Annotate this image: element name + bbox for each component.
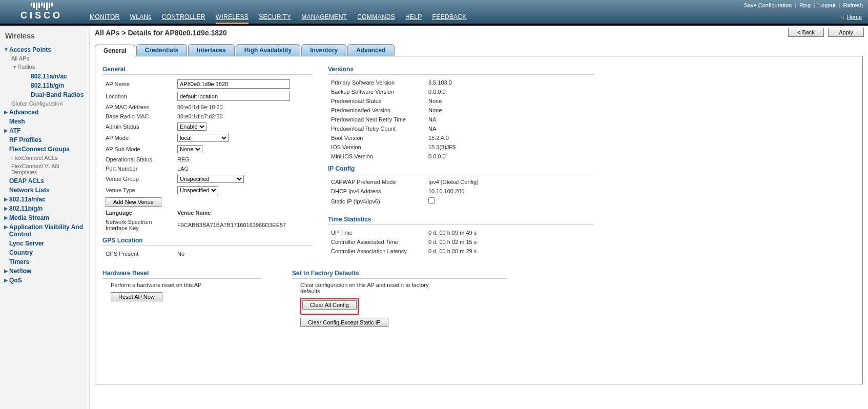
- add-new-venue-button[interactable]: Add New Venue: [106, 197, 161, 207]
- section-factory-defaults: Set to Factory Defaults: [292, 268, 507, 279]
- side-qos[interactable]: QoS: [9, 277, 22, 284]
- admin-status-select[interactable]: Enable: [177, 122, 206, 131]
- caret-right-icon[interactable]: ▶: [3, 277, 9, 284]
- static-ip-checkbox[interactable]: [428, 197, 435, 204]
- side-lync[interactable]: Lync Server: [9, 240, 44, 247]
- lbl-op-status: Operational Status: [102, 155, 174, 164]
- tab-credentials[interactable]: Credentials: [136, 44, 187, 56]
- nav-security[interactable]: SECURITY: [259, 13, 291, 21]
- caret-right-icon[interactable]: ▶: [3, 268, 9, 275]
- page-title: All APs > Details for AP80e0.1d9e.1820: [95, 29, 227, 37]
- refresh-link[interactable]: Refresh: [843, 2, 863, 8]
- lbl-admin-status: Admin Status: [102, 121, 174, 132]
- venue-group-select[interactable]: Unspecified: [177, 175, 244, 183]
- side-media-stream[interactable]: Media Stream: [9, 214, 49, 221]
- side-mesh[interactable]: Mesh: [9, 118, 25, 125]
- tab-interfaces[interactable]: Interfaces: [188, 44, 235, 56]
- home-icon: ⌂: [840, 13, 844, 21]
- ap-sub-mode-select[interactable]: None: [177, 145, 202, 153]
- side-all-aps[interactable]: All APs: [11, 55, 29, 62]
- side-80211a[interactable]: 802.11a/n/ac: [9, 196, 46, 203]
- side-flexconnect-groups[interactable]: FlexConnect Groups: [9, 146, 70, 153]
- val-prc: NA: [425, 124, 594, 133]
- side-flexconnect-acls[interactable]: FlexConnect ACLs: [11, 155, 58, 161]
- lbl-venue-group: Venue Group: [102, 173, 174, 185]
- lbl-cpm: CAPWAP Preferred Mode: [328, 177, 425, 187]
- nav-help[interactable]: HELP: [405, 13, 422, 21]
- ap-mode-select[interactable]: local: [177, 134, 229, 142]
- caret-right-icon[interactable]: ▶: [3, 205, 9, 212]
- lbl-nsk: Network Spectrum Interface Key: [102, 217, 174, 233]
- side-atf[interactable]: ATF: [9, 127, 20, 134]
- lbl-location: Location: [102, 90, 174, 103]
- val-boot: 15.2.4.0: [425, 133, 594, 142]
- side-radio-a[interactable]: 802.11a/n/ac: [23, 73, 67, 80]
- ping-link[interactable]: Ping: [799, 2, 811, 8]
- cisco-logo: CISCO: [20, 3, 63, 21]
- side-flexconnect-vlan[interactable]: FlexConnect VLAN Templates: [11, 163, 86, 175]
- lbl-cal: Controller Association Latency: [328, 247, 425, 256]
- clear-all-config-button[interactable]: Clear All Config: [302, 300, 357, 310]
- location-input[interactable]: [177, 92, 290, 101]
- tab-high-availability[interactable]: High Availability: [236, 44, 300, 56]
- apply-button[interactable]: Apply: [828, 28, 864, 37]
- caret-right-icon[interactable]: ▶: [3, 196, 9, 203]
- nav-commands[interactable]: COMMANDS: [357, 13, 395, 21]
- side-network-lists[interactable]: Network Lists: [9, 187, 50, 194]
- side-netflow[interactable]: Netflow: [9, 268, 31, 275]
- nav-controller[interactable]: CONTROLLER: [162, 13, 205, 21]
- lbl-cat: Controller Associated Time: [328, 237, 425, 247]
- tab-inventory[interactable]: Inventory: [301, 44, 346, 56]
- tab-general[interactable]: General: [95, 45, 135, 56]
- col-venue-name: Venue Name: [174, 208, 313, 217]
- lbl-gps-present: GPS Present: [102, 249, 174, 258]
- lbl-static-ip: Static IP (Ipv4/Ipv6): [328, 196, 425, 207]
- clear-config-except-static-ip-button[interactable]: Clear Config Except Static IP: [300, 318, 388, 327]
- lbl-bsv: Backup Software Version: [328, 87, 425, 96]
- section-versions: Versions: [328, 64, 594, 75]
- caret-right-icon[interactable]: ▶: [3, 223, 9, 231]
- nav-monitor[interactable]: MONITOR: [90, 13, 120, 21]
- sidebar: Wireless ▼Access Points All APs ▾Radios …: [0, 26, 90, 409]
- side-country[interactable]: Country: [9, 249, 33, 256]
- side-advanced[interactable]: Advanced: [9, 109, 38, 116]
- venue-type-select[interactable]: Unspecified: [177, 186, 218, 194]
- caret-right-icon[interactable]: ▶: [3, 214, 9, 221]
- nav-wireless[interactable]: WIRELESS: [216, 13, 249, 24]
- tab-panel-general: General AP Name Location AP MAC Address …: [95, 56, 863, 384]
- back-button[interactable]: < Back: [788, 28, 824, 37]
- side-radio-dual[interactable]: Dual-Band Radios: [23, 91, 84, 98]
- nav-feedback[interactable]: FEEDBACK: [432, 13, 467, 21]
- lbl-ap-sub-mode: AP Sub Mode: [102, 144, 174, 155]
- side-rf-profiles[interactable]: RF Profiles: [9, 136, 42, 144]
- side-timers[interactable]: Timers: [9, 258, 29, 265]
- side-avc[interactable]: Application Visibility And Control: [9, 223, 86, 238]
- caret-down-icon[interactable]: ▼: [3, 46, 9, 53]
- caret-right-icon[interactable]: ▶: [3, 109, 9, 116]
- side-global-config[interactable]: Global Configuration: [11, 100, 63, 107]
- side-radios[interactable]: Radios: [17, 64, 35, 70]
- side-80211b[interactable]: 802.11b/g/n: [9, 205, 43, 212]
- ap-name-input[interactable]: [177, 79, 290, 89]
- lbl-ps: Predownload Status: [328, 96, 425, 106]
- logout-link[interactable]: Logout: [818, 2, 836, 8]
- caret-down-icon[interactable]: ▾: [11, 64, 17, 71]
- side-access-points[interactable]: Access Points: [9, 46, 51, 53]
- nav-management[interactable]: MANAGEMENT: [301, 13, 347, 21]
- lbl-ap-name: AP Name: [102, 78, 174, 90]
- content-area: All APs > Details for AP80e0.1d9e.1820 <…: [90, 26, 868, 409]
- tab-advanced[interactable]: Advanced: [347, 44, 394, 56]
- val-pv: None: [425, 106, 594, 115]
- section-time-stats: Time Statistics: [328, 214, 594, 225]
- lbl-port-number: Port Number: [102, 164, 174, 173]
- val-ap-mac: 80:e0:1d:9e:18:20: [174, 103, 313, 112]
- side-oeap-acls[interactable]: OEAP ACLs: [9, 177, 44, 185]
- save-config-link[interactable]: Save Configuration: [744, 2, 792, 8]
- home-link[interactable]: Home: [847, 14, 862, 20]
- reset-ap-now-button[interactable]: Reset AP Now: [111, 292, 162, 301]
- caret-right-icon[interactable]: ▶: [3, 127, 9, 134]
- nav-wlans[interactable]: WLANs: [130, 13, 152, 21]
- factory-defaults-desc: Clear configuration on this AP and reset…: [300, 282, 449, 294]
- side-radio-b[interactable]: 802.11b/g/n: [23, 82, 64, 89]
- top-nav: MONITOR WLANs CONTROLLER WIRELESS SECURI…: [90, 13, 467, 21]
